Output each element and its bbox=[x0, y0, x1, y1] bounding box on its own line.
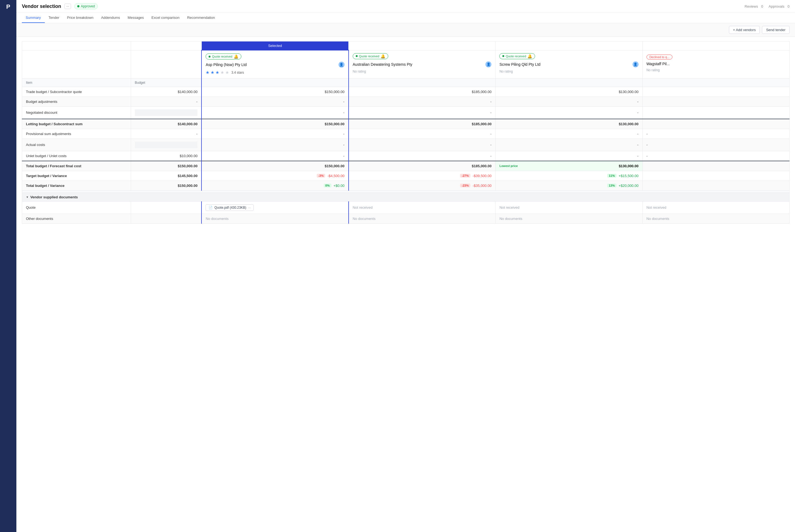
prov-sum-row: Provisional sum adjustments - - - - - bbox=[22, 129, 790, 138]
quote-doc-row: Quote 📄 Quote.pdf (430.23KB) ··· Not rec… bbox=[22, 201, 790, 214]
unlet-budget-wagstaff: - bbox=[642, 151, 789, 161]
letting-budget-budget: $140,000.00 bbox=[131, 119, 202, 129]
tab-recommendation[interactable]: Recommendation bbox=[183, 13, 219, 23]
tab-excel-comparison[interactable]: Excel comparison bbox=[148, 13, 183, 23]
empty-cell-2 bbox=[131, 41, 202, 51]
aus-dew-vendor-name: Australian Dewatering Systems Pty 👤 bbox=[353, 61, 492, 68]
prov-sum-asp: - bbox=[202, 129, 348, 138]
screw-vendor-name: Screw Piling Qld Pty Ltd 👤 bbox=[499, 61, 638, 68]
vendor-wagstaff-cell: Declined to q... Wagstaff Pil... No rati… bbox=[642, 50, 789, 78]
unlet-budget-budget: $10,000.00 bbox=[131, 151, 202, 161]
docs-section-toggle[interactable]: ▼ Vendor supplied documents bbox=[26, 195, 785, 199]
quote-dot-3 bbox=[502, 55, 504, 57]
quote-doc-budget bbox=[131, 201, 202, 214]
empty-cell-1 bbox=[22, 41, 131, 51]
asp-quote-badge: Quote received 🔔 bbox=[206, 54, 241, 59]
empty-info-2 bbox=[131, 50, 202, 78]
target-variance-aus-dew: -27% -$39,500.00 bbox=[349, 171, 496, 180]
col-header-row: Item Budget bbox=[22, 78, 790, 87]
total-asp-pct: 0% bbox=[324, 184, 331, 187]
total-variance-label: Total budget / Variance bbox=[22, 180, 131, 190]
total-asp-amt: +$0.00 bbox=[334, 184, 345, 188]
quote-dot-2 bbox=[356, 55, 358, 57]
neg-discount-label: Negotiated discount bbox=[22, 107, 131, 119]
docs-section-title: Vendor supplied documents bbox=[30, 195, 78, 199]
star-3: ★ bbox=[216, 70, 219, 75]
quote-dot bbox=[208, 56, 210, 58]
page-title: Vendor selection bbox=[22, 3, 61, 9]
status-badge: Approved bbox=[74, 3, 98, 9]
docs-section-header-row: ▼ Vendor supplied documents bbox=[22, 193, 790, 201]
neg-discount-asp: - bbox=[202, 107, 348, 119]
target-screw-pct: 11% bbox=[607, 174, 616, 177]
unlet-budget-aus-dew: - bbox=[349, 151, 496, 161]
star-5: ★ bbox=[225, 70, 229, 75]
target-screw-amt: +$15,500.00 bbox=[618, 174, 639, 178]
aus-dew-bell-icon: 🔔 bbox=[381, 54, 385, 58]
screw-bell-icon: 🔔 bbox=[528, 54, 532, 58]
tab-summary[interactable]: Summary bbox=[22, 13, 45, 23]
app-logo: P bbox=[6, 3, 11, 11]
tab-tender[interactable]: Tender bbox=[45, 13, 63, 23]
item-col-header: Item bbox=[22, 78, 131, 87]
reviews-label: Reviews 0 bbox=[744, 4, 763, 8]
prov-sum-budget: - bbox=[131, 129, 202, 138]
target-aus-dew-pct: -27% bbox=[460, 174, 470, 177]
total-variance-row: Total budget / Variance $150,000.00 0% +… bbox=[22, 180, 790, 190]
quote-file-more-button[interactable]: ··· bbox=[248, 206, 251, 210]
total-variance-budget: $150,000.00 bbox=[131, 180, 202, 190]
tab-price-breakdown[interactable]: Price breakdown bbox=[63, 13, 97, 23]
other-docs-screw: No documents bbox=[496, 214, 642, 224]
vendor-table: Selected Quote received bbox=[22, 41, 790, 224]
title-more-button[interactable]: ··· bbox=[64, 3, 71, 9]
other-docs-label: Other documents bbox=[22, 214, 131, 224]
aus-dew-quote-label: Quote received bbox=[359, 55, 380, 58]
trade-budget-screw: $130,000.00 bbox=[496, 87, 642, 97]
other-docs-aus-dew: No documents bbox=[349, 214, 496, 224]
target-variance-screw: 11% +$15,500.00 bbox=[496, 171, 642, 180]
total-aus-dew-pct: -23% bbox=[460, 184, 470, 187]
total-budget-budget: $150,000.00 bbox=[131, 161, 202, 171]
collapse-triangle-icon: ▼ bbox=[26, 196, 29, 198]
letting-budget-label: Letting budget / Subcontract sum bbox=[22, 119, 131, 129]
screw-quote-label: Quote received bbox=[505, 55, 526, 58]
tab-messages[interactable]: Messages bbox=[124, 13, 148, 23]
letting-budget-asp: $150,000.00 bbox=[202, 119, 348, 129]
letting-budget-screw: $130,000.00 bbox=[496, 119, 642, 129]
nav-tabs: Summary Tender Price breakdown Addendums… bbox=[16, 13, 795, 23]
screw-quote-badge: Quote received 🔔 bbox=[499, 53, 535, 59]
vendor-screw-cell: Quote received 🔔 Screw Piling Qld Pty Lt… bbox=[496, 50, 642, 78]
budget-adj-row: Budget adjustments - - - - bbox=[22, 97, 790, 107]
tab-addendums[interactable]: Addendums bbox=[97, 13, 124, 23]
top-bar-right: Reviews 0 Approvals 0 bbox=[744, 4, 790, 8]
prov-sum-wagstaff: - bbox=[642, 129, 789, 138]
unlet-budget-screw: - bbox=[496, 151, 642, 161]
total-budget-wagstaff bbox=[642, 161, 789, 171]
total-budget-asp: $150,000.00 bbox=[202, 161, 348, 171]
docs-section-header[interactable]: ▼ Vendor supplied documents bbox=[22, 193, 790, 201]
asp-stars-row: ★ ★ ★ ★ ★ 3.4 stars bbox=[206, 70, 344, 75]
add-vendors-button[interactable]: + Add vendors bbox=[729, 26, 760, 34]
aus-dew-col-header bbox=[349, 78, 496, 87]
neg-discount-aus-dew: - bbox=[349, 107, 496, 119]
star-1: ★ bbox=[206, 70, 209, 75]
budget-adj-label: Budget adjustments bbox=[22, 97, 131, 107]
other-docs-row: Other documents No documents No document… bbox=[22, 214, 790, 224]
other-docs-wagstaff: No documents bbox=[642, 214, 789, 224]
asp-quote-label: Quote received bbox=[212, 55, 232, 58]
trade-budget-wagstaff bbox=[642, 87, 789, 97]
quote-file-badge[interactable]: 📄 Quote.pdf (430.23KB) ··· bbox=[206, 204, 254, 211]
letting-budget-aus-dew: $185,000.00 bbox=[349, 119, 496, 129]
status-dot bbox=[77, 5, 79, 7]
prov-sum-screw: - bbox=[496, 129, 642, 138]
budget-adj-wagstaff bbox=[642, 97, 789, 107]
budget-adj-aus-dew: - bbox=[349, 97, 496, 107]
actual-costs-budget bbox=[131, 138, 202, 151]
asp-rating-text: 3.4 stars bbox=[231, 71, 244, 75]
approvals-label: Approvals 0 bbox=[769, 4, 790, 8]
vendor-asp-cell: Quote received 🔔 Asp Piling (Nsw) Pty Lt… bbox=[202, 50, 348, 78]
send-tender-button[interactable]: Send tender bbox=[762, 26, 790, 34]
lowest-price-label: Lowest price bbox=[499, 164, 518, 168]
empty-vendor-header-2 bbox=[496, 41, 642, 51]
total-budget-row: Total budget / Forecast final cost $150,… bbox=[22, 161, 790, 171]
